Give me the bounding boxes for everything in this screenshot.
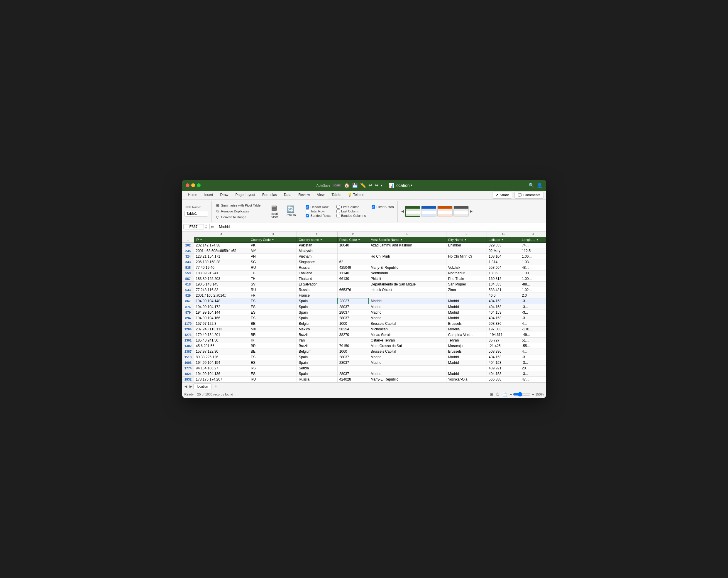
cell-most-specific-name[interactable] [369, 366, 446, 371]
cell-longitude[interactable]: 1.02... [520, 287, 546, 293]
table-row[interactable]: 8292001:41d0:2:a014::FRFrance46.02.0 [182, 293, 546, 298]
first-column-checkbox[interactable]: First Column [336, 205, 366, 209]
table-name-input[interactable] [184, 211, 208, 217]
search-icon[interactable]: 🔍 [528, 182, 535, 188]
cell-postal-code[interactable]: 425049 [337, 265, 369, 270]
table-row[interactable]: 1301185.40.241.50IRIranOstan-e TehranTeh… [182, 338, 546, 343]
cell-city-name[interactable]: Madrid [446, 304, 487, 310]
cell-city-name[interactable]: Maracaju [446, 343, 487, 349]
undo-icon[interactable]: ↩ [368, 182, 372, 188]
cell-city-name[interactable]: Madrid [446, 298, 487, 304]
filter-arrow-postal-code[interactable]: ▼ [358, 238, 361, 241]
row-number[interactable]: 1179 [182, 321, 194, 327]
cell-city-name[interactable] [446, 248, 487, 253]
table-row[interactable]: 53577.40.19.40RURussia425049Mariy-El Rep… [182, 265, 546, 270]
home-icon[interactable]: 🏠 [344, 182, 349, 188]
cell-country-name[interactable]: Thailand [297, 270, 337, 276]
sheet-nav-prev[interactable]: ◀ [183, 384, 188, 388]
cell-latitude[interactable]: 46.0 [487, 293, 520, 298]
cell-country-name[interactable]: Brazil [297, 343, 337, 349]
quick-access-icon[interactable]: ▾ [381, 183, 383, 187]
cell-longitude[interactable]: 51... [520, 338, 546, 343]
col-header-F[interactable]: F [446, 231, 487, 237]
cell-most-specific-name[interactable]: Azad Jammu and Kashmir [369, 242, 446, 248]
cell-city-name[interactable]: Madrid [446, 371, 487, 377]
cell-most-specific-name[interactable]: Madrid [369, 316, 446, 321]
filter-arrow-latitude[interactable]: ▼ [501, 238, 503, 241]
cell-country-name[interactable]: Malaysia [297, 248, 337, 253]
cell-latitude[interactable]: 134.833 [487, 281, 520, 287]
cell-country-name[interactable]: Iran [297, 338, 337, 343]
filter-arrow-city-name[interactable]: ▼ [464, 238, 467, 241]
sheet-tab-location[interactable]: location [193, 383, 212, 389]
cell-city-name[interactable]: Madrid [446, 360, 487, 366]
cell-postal-code[interactable]: 28037 [337, 310, 369, 316]
cell-postal-code[interactable]: 665376 [337, 287, 369, 293]
cell-most-specific-name[interactable]: Michoacán [369, 327, 446, 332]
cell-longitude[interactable]: -3... [520, 354, 546, 360]
cell-country-code[interactable]: VN [249, 253, 297, 259]
col-header-D[interactable]: D [337, 231, 369, 237]
style-swatch-gray[interactable] [453, 206, 469, 217]
tab-view[interactable]: View [314, 191, 328, 199]
row-number[interactable]: 1832 [182, 377, 194, 382]
cell-most-specific-name[interactable]: Madrid [369, 298, 446, 304]
cell-ip[interactable]: 183.89.91.241 [194, 270, 249, 276]
cell-most-specific-name[interactable]: Phichit [369, 276, 446, 281]
cell-latitude[interactable]: 558.664 [487, 265, 520, 270]
cell-city-name[interactable]: Bhimber [446, 242, 487, 248]
cell-city-name[interactable]: Yoshkar-Ola [446, 377, 487, 382]
cell-most-specific-name[interactable]: Departamento de San Miguel [369, 281, 446, 287]
cell-most-specific-name[interactable]: Mariy-El Republic [369, 377, 446, 382]
total-row-checkbox[interactable]: Total Row [306, 209, 331, 213]
cell-most-specific-name[interactable]: Mato Grosso do Sul [369, 343, 446, 349]
page-break-view-button[interactable]: 📄 [502, 392, 507, 397]
table-row[interactable]: 1264207.248.113.113MXMexico58254Michoacá… [182, 327, 546, 332]
cell-latitude[interactable]: 108.104 [487, 253, 520, 259]
table-row[interactable]: 879194.99.104.144ESSpain28037MadridMadri… [182, 310, 546, 316]
cell-ip[interactable]: 183.89.125.203 [194, 276, 249, 281]
cell-ip[interactable]: 94.154.106.27 [194, 366, 249, 371]
cell-longitude[interactable]: 47... [520, 377, 546, 382]
tab-draw[interactable]: Draw [217, 191, 232, 199]
col-IP[interactable]: IP ▼ [194, 237, 249, 242]
cell-longitude[interactable]: 1.00... [520, 270, 546, 276]
cell-most-specific-name[interactable] [369, 293, 446, 298]
cell-postal-code[interactable] [337, 338, 369, 343]
cell-most-specific-name[interactable]: Madrid [369, 354, 446, 360]
table-row[interactable]: 894194.99.104.166ESSpain28037MadridMadri… [182, 316, 546, 321]
cell-country-code[interactable]: ES [249, 298, 297, 304]
cell-postal-code[interactable]: 38270 [337, 332, 369, 338]
cell-ip[interactable]: 2001:e68:508c:8859:1e5f [194, 248, 249, 253]
cell-longitude[interactable]: 20... [520, 366, 546, 371]
col-city-name[interactable]: City Name ▼ [446, 237, 487, 242]
normal-view-button[interactable]: ⊞ [490, 392, 493, 397]
cell-postal-code[interactable] [337, 248, 369, 253]
cell-longitude[interactable]: 74... [520, 242, 546, 248]
cell-ip[interactable]: 194.99.104.172 [194, 304, 249, 310]
row-number[interactable]: 879 [182, 310, 194, 316]
save-icon[interactable]: 💾 [352, 182, 358, 188]
cell-country-code[interactable]: ES [249, 360, 297, 366]
row-1-header[interactable]: 1 [182, 237, 194, 242]
table-row[interactable]: 177494.154.106.27RSSerbia439.92120... [182, 366, 546, 371]
cell-country-code[interactable]: MX [249, 327, 297, 332]
cell-country-name[interactable]: Thailand [297, 276, 337, 281]
cell-country-name[interactable]: Spain [297, 316, 337, 321]
page-layout-view-button[interactable]: 🗒 [496, 392, 500, 397]
cell-country-code[interactable]: BR [249, 332, 297, 338]
cell-ip[interactable]: 77.40.19.40 [194, 265, 249, 270]
tab-formulas[interactable]: Formulas [259, 191, 280, 199]
filter-arrow-country-name[interactable]: ▼ [320, 238, 323, 241]
row-number[interactable]: 1387 [182, 349, 194, 354]
cell-ref-up[interactable]: ▲ [205, 224, 207, 227]
cell-country-code[interactable]: SV [249, 281, 297, 287]
cell-postal-code[interactable]: 28037 [337, 304, 369, 310]
cell-country-name[interactable]: Spain [297, 371, 337, 377]
cell-country-code[interactable]: TH [249, 270, 297, 276]
row-number[interactable]: 202 [182, 242, 194, 248]
cell-most-specific-name[interactable]: Madrid [369, 360, 446, 366]
col-latitude[interactable]: Latitude ▼ [487, 237, 520, 242]
edit-icon[interactable]: ✏️ [360, 182, 366, 188]
row-number[interactable]: 618 [182, 281, 194, 287]
